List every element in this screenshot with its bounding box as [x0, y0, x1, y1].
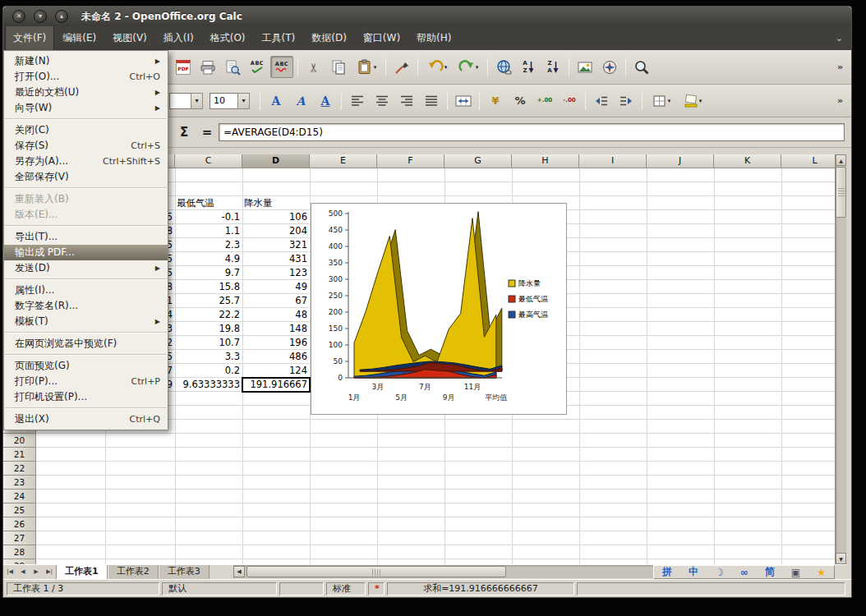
cell-C11[interactable]: 22.2 — [177, 308, 240, 322]
cell-C6[interactable]: 2.3 — [177, 238, 240, 252]
selected-cell-D16[interactable] — [242, 377, 311, 393]
font-name-arrow-combo[interactable]: ▾ — [169, 93, 203, 109]
bold-button[interactable]: A — [265, 90, 288, 112]
borders-button[interactable]: ▾ — [647, 90, 676, 112]
align-center-button[interactable] — [371, 90, 394, 112]
row-header-25[interactable]: 25 — [3, 503, 36, 517]
menubar-item-3[interactable]: 插入(I) — [155, 26, 202, 50]
scroll-up-icon[interactable]: ▲ — [836, 154, 846, 166]
row-header-22[interactable]: 22 — [3, 462, 36, 476]
cell-C15[interactable]: 0.2 — [177, 364, 240, 378]
tab-nav-button-2[interactable]: ▶ — [30, 565, 43, 579]
column-header-F[interactable]: F — [377, 154, 445, 168]
im-punctuation-icon[interactable]: ∞ — [740, 567, 749, 578]
file-menu-item-1[interactable]: 打开(O)...Ctrl+O — [4, 69, 168, 85]
cut-button[interactable]: ✂ — [302, 56, 325, 78]
chart[interactable]: 0501001502002503003504004505001月3月5月7月9月… — [311, 203, 567, 415]
menubar-item-5[interactable]: 工具(T) — [254, 26, 304, 50]
cell-C8[interactable]: 9.7 — [177, 266, 240, 280]
im-setup-icon[interactable]: ★ — [817, 567, 826, 578]
file-menu-item-7[interactable]: 另存为(A)...Ctrl+Shift+S — [4, 154, 168, 169]
print-file-button[interactable] — [196, 56, 219, 78]
cell-D10[interactable]: 67 — [244, 294, 307, 308]
chevron-down-icon[interactable]: ▾ — [668, 98, 671, 104]
file-menu-item-6[interactable]: 保存(S)Ctrl+S — [4, 138, 168, 154]
file-menu-item-17[interactable]: 属性(I)... — [4, 283, 168, 298]
cell-D15[interactable]: 124 — [244, 364, 307, 378]
scroll-left-icon[interactable]: ◀ — [233, 566, 245, 577]
row-header-23[interactable]: 23 — [3, 476, 36, 490]
cell-D9[interactable]: 49 — [244, 280, 307, 294]
file-menu-item-18[interactable]: 数字签名(R)... — [4, 298, 168, 314]
formula-input[interactable]: =AVERAGE(D4:D15) — [219, 123, 845, 141]
menubar-item-1[interactable]: 编辑(E) — [54, 26, 104, 50]
cell-C3[interactable]: 最低气温 — [177, 196, 240, 210]
file-menu-item-15[interactable]: 发送(D)▶ — [4, 260, 168, 276]
increase-indent-button[interactable] — [615, 90, 638, 112]
underline-button[interactable]: A — [314, 90, 337, 112]
cell-C14[interactable]: 3.3 — [177, 350, 240, 364]
chevron-down-icon[interactable]: ▾ — [476, 64, 479, 71]
scroll-down-icon[interactable]: ▼ — [836, 553, 846, 564]
file-menu-item-23[interactable]: 页面预览(G) — [4, 358, 168, 374]
chevron-down-icon[interactable]: ▾ — [699, 98, 702, 104]
background-color-button[interactable]: ▾ — [678, 90, 707, 112]
chevron-down-icon[interactable]: ▾ — [191, 93, 203, 109]
column-header-E[interactable]: E — [310, 154, 377, 168]
file-menu-item-14[interactable]: 输出成 PDF... — [4, 245, 168, 260]
column-header-C[interactable]: C — [175, 154, 242, 168]
sort-descending-button[interactable]: ZA — [541, 56, 564, 78]
cell-C4[interactable]: -0.1 — [177, 210, 240, 224]
cell-C12[interactable]: 19.8 — [177, 322, 240, 336]
horizontal-scroll-thumb[interactable] — [246, 566, 506, 577]
align-justified-button[interactable] — [420, 90, 443, 112]
number-format-percent-button[interactable]: % — [509, 90, 532, 112]
im-halfwidth-icon[interactable]: ☽ — [715, 567, 724, 578]
im-keyboard-icon[interactable]: ▣ — [791, 567, 800, 578]
format-paintbrush-button[interactable] — [390, 56, 413, 78]
gallery-button[interactable] — [573, 56, 597, 78]
cell-C13[interactable]: 10.7 — [177, 336, 240, 350]
menubar-item-7[interactable]: 窗口(W) — [355, 26, 408, 50]
italic-button[interactable]: A — [289, 90, 312, 112]
cell-D6[interactable]: 321 — [244, 238, 307, 252]
font-size-combo[interactable]: 10▾ — [210, 93, 250, 109]
cell-D13[interactable]: 196 — [244, 336, 307, 350]
column-header-I[interactable]: I — [579, 154, 647, 168]
cell-C7[interactable]: 4.9 — [177, 252, 240, 266]
number-format-currency-button[interactable]: ¥ — [484, 90, 507, 112]
input-method-panel[interactable]: 拼中☽∞简▣★ — [653, 565, 835, 579]
cell-C16[interactable]: 9.63333333 — [177, 378, 240, 392]
row-header-20[interactable]: 20 — [3, 434, 36, 448]
im-chinese-mode-icon[interactable]: 中 — [689, 565, 698, 579]
file-menu-item-24[interactable]: 打印(P)...Ctr­l+P — [4, 374, 168, 389]
cell-C5[interactable]: 1.1 — [177, 224, 240, 238]
hyperlink-button[interactable] — [492, 56, 515, 78]
file-menu-item-13[interactable]: 导出(T)... — [4, 229, 168, 245]
export-pdf-button[interactable]: PDF — [172, 56, 195, 78]
chevron-down-icon[interactable]: ▾ — [445, 64, 448, 71]
menubar-item-0[interactable]: 文件(F) — [5, 26, 54, 50]
file-menu-item-8[interactable]: 全部保存(V) — [4, 169, 168, 185]
sheet-tab-1[interactable]: 工作表1 — [56, 565, 108, 579]
undo-button[interactable]: ▾ — [422, 56, 452, 78]
font-size-value[interactable]: 10 — [210, 93, 237, 109]
cell-D4[interactable]: 106 — [244, 210, 307, 224]
column-header-G[interactable]: G — [445, 154, 512, 168]
vertical-scroll-thumb[interactable] — [836, 167, 846, 218]
column-header-D[interactable]: D — [242, 154, 310, 168]
column-header-K[interactable]: K — [714, 154, 781, 168]
function-button[interactable]: = — [197, 123, 217, 141]
navigator-button[interactable] — [598, 56, 621, 78]
tab-nav-button-0[interactable]: |◀ — [3, 565, 16, 579]
file-menu-item-25[interactable]: 打印机设置(P)... — [4, 389, 168, 405]
status-sum[interactable]: 求和=191.916666666667 — [387, 582, 574, 595]
tab-nav-button-3[interactable]: ▶| — [43, 565, 56, 579]
menubar-overflow-icon[interactable]: ⌄ — [836, 33, 843, 44]
redo-button[interactable]: ▾ — [454, 56, 483, 78]
file-menu-item-2[interactable]: 最近的文档(U)▶ — [4, 85, 168, 100]
add-decimal-place-button[interactable]: +.00 — [533, 90, 556, 112]
toolbar-overflow-icon[interactable]: » — [837, 62, 843, 72]
menubar-item-6[interactable]: 数据(D) — [303, 26, 355, 50]
status-segment-1[interactable]: 默认 — [162, 582, 277, 595]
